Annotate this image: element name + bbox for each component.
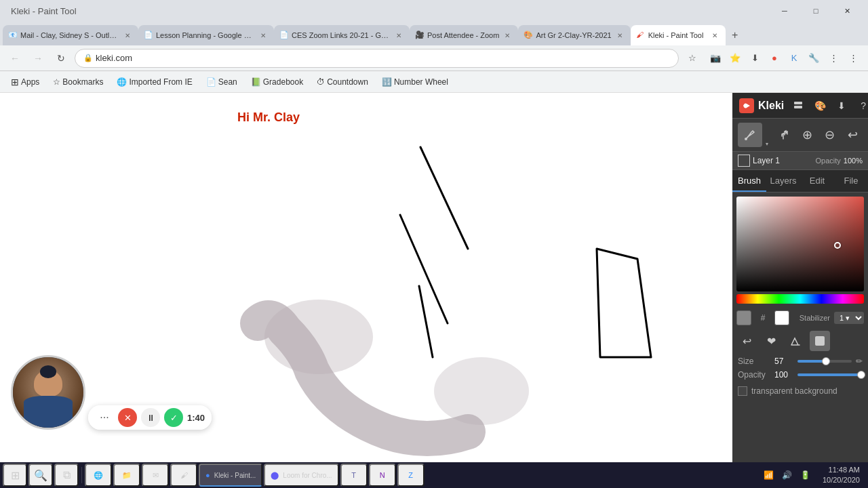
svg-line-0 xyxy=(420,147,468,249)
tab-kleki[interactable]: 🖌 Kleki - Paint Tool ✕ xyxy=(631,25,726,45)
taskbar-onenote[interactable]: N xyxy=(369,464,396,487)
ext-puzzle[interactable]: 🔧 xyxy=(804,49,823,68)
rainbow-bar[interactable] xyxy=(736,294,864,304)
brush-color-swatch[interactable] xyxy=(736,310,751,325)
ext-more[interactable]: ⋮ xyxy=(824,49,843,68)
tab-close-zoom1[interactable]: ✕ xyxy=(393,30,404,41)
ext-red[interactable]: ● xyxy=(765,49,784,68)
volume-icon[interactable]: 🔊 xyxy=(779,468,795,483)
minimize-button[interactable]: ─ xyxy=(769,0,800,22)
ext-webcam[interactable]: 📷 xyxy=(706,49,725,68)
back-button[interactable]: ← xyxy=(5,49,24,68)
size-slider[interactable] xyxy=(797,360,852,363)
bookmark-countdown[interactable]: ⏱ Countdown xyxy=(311,76,374,88)
tab-lesson[interactable]: 📄 Lesson Planning - Google Dri... ✕ xyxy=(138,25,274,45)
tab-layers[interactable]: Layers xyxy=(766,170,800,192)
tab-zoom1[interactable]: 📄 CES Zoom Links 20-21 - Goog... ✕ xyxy=(274,25,410,45)
brush-tool-button[interactable] xyxy=(738,123,762,147)
start-button[interactable]: ⊞ xyxy=(3,464,27,487)
webcam-overlay xyxy=(11,355,85,430)
canvas-area[interactable]: Hi Mr. Clay + xyxy=(0,93,732,462)
chrome-label: Kleki - Paint... xyxy=(214,472,256,479)
opacity-value: 100% xyxy=(844,157,863,165)
brush-tool-dropdown[interactable]: ▾ xyxy=(762,123,772,147)
help-info-button[interactable]: ? xyxy=(854,97,868,115)
download-button[interactable]: ⬇ xyxy=(833,97,850,115)
tab-close-art[interactable]: ✕ xyxy=(614,30,625,41)
pause-button[interactable]: ⏸ xyxy=(141,408,160,427)
done-button[interactable]: ✓ xyxy=(164,408,183,427)
close-button[interactable]: ✕ xyxy=(831,0,863,22)
bookmark-gradebook[interactable]: 📗 Gradebook xyxy=(245,76,309,88)
tab-file[interactable]: File xyxy=(834,170,868,192)
ext-download[interactable]: ⬇ xyxy=(745,49,764,68)
erase-mode-button[interactable] xyxy=(785,331,806,351)
zoom-in-button[interactable]: ⊕ xyxy=(797,123,818,147)
bookmark-sean[interactable]: 📄 Sean xyxy=(201,76,243,88)
zoom-out-button[interactable]: ⊖ xyxy=(820,123,840,147)
size-edit-icon[interactable]: ✏ xyxy=(856,357,863,366)
tab-close-kleki[interactable]: ✕ xyxy=(709,30,720,41)
battery-icon[interactable]: 🔋 xyxy=(797,468,813,483)
taskbar-mail[interactable]: ✉ xyxy=(142,464,169,487)
forward-button[interactable]: → xyxy=(28,49,47,68)
tab-close-zoom2[interactable]: ✕ xyxy=(502,30,513,41)
fill-mode-button[interactable] xyxy=(810,331,830,351)
color-picker-button[interactable]: 🎨 xyxy=(811,97,829,115)
taskbar-paint[interactable]: 🖌 xyxy=(170,464,197,487)
taskbar-zoom[interactable]: Z xyxy=(397,464,425,487)
opacity-setting-row: Opacity 100 xyxy=(738,370,863,380)
refresh-button[interactable]: ↻ xyxy=(52,49,71,68)
paint-icon: 🖌 xyxy=(180,471,188,479)
greeting-text: Hi Mr. Clay xyxy=(237,110,300,125)
bookmark-bookmarks[interactable]: ☆ Bookmarks xyxy=(47,76,108,88)
taskbar-loom[interactable]: ⬤ Loom for Chro... xyxy=(264,464,338,487)
taskbar-edge[interactable]: 🌐 xyxy=(85,464,112,487)
hand-tool-button[interactable] xyxy=(774,123,795,147)
tab-close-mail[interactable]: ✕ xyxy=(122,30,133,41)
more-options-button[interactable]: ··· xyxy=(95,408,114,427)
layer-thumbnail xyxy=(738,155,750,167)
tab-close-lesson[interactable]: ✕ xyxy=(258,30,269,41)
transparent-bg-checkbox[interactable] xyxy=(738,386,747,396)
title-bar: Kleki - Paint Tool ─ □ ✕ xyxy=(0,0,868,22)
bookmark-button[interactable]: ☆ xyxy=(683,49,702,68)
menu-button[interactable]: ⋮ xyxy=(844,49,863,68)
url-bar[interactable]: 🔒 kleki.com xyxy=(75,49,679,68)
layers-view-button[interactable] xyxy=(789,97,807,115)
tab-edit[interactable]: Edit xyxy=(800,170,834,192)
taskbar-teams[interactable]: T xyxy=(340,464,368,487)
mail-tb-icon: ✉ xyxy=(153,471,159,480)
tab-mail[interactable]: 📧 Mail - Clay, Sidney S - Outlook ✕ xyxy=(3,25,138,45)
tab-brush[interactable]: Brush xyxy=(732,170,766,192)
opacity-slider[interactable] xyxy=(797,373,863,376)
ext-blue[interactable]: K xyxy=(785,49,804,68)
blend-mode-button[interactable]: ❤ xyxy=(761,331,781,351)
undo-button[interactable]: ↩ xyxy=(843,123,863,147)
undo-mode-button[interactable]: ↩ xyxy=(736,331,757,351)
bookmark-numwheel[interactable]: 🔢 Number Wheel xyxy=(376,76,454,88)
tab-art[interactable]: 🎨 Art Gr 2-Clay-YR-2021 ✕ xyxy=(518,25,630,45)
stop-button[interactable]: ✕ xyxy=(118,408,137,427)
tab-zoom2[interactable]: 🎥 Post Attendee - Zoom ✕ xyxy=(410,25,518,45)
ext-star[interactable]: ⭐ xyxy=(726,49,745,68)
svg-rect-6 xyxy=(794,106,802,108)
kleki-header: Kleki 🎨 ⬇ ? xyxy=(732,93,868,119)
bookmark-ie[interactable]: 🌐 Imported From IE xyxy=(111,76,197,88)
clock[interactable]: 11:48 AM 10/20/2020 xyxy=(817,465,865,486)
new-tab-button[interactable]: + xyxy=(726,25,745,45)
tab-title-lesson: Lesson Planning - Google Dri... xyxy=(156,31,255,39)
taskbar-explorer[interactable]: 📁 xyxy=(113,464,140,487)
stabilizer-select[interactable]: 1 ▾ 2 3 xyxy=(834,312,864,324)
gradebook-icon: 📗 xyxy=(251,77,261,87)
color-gradient[interactable] xyxy=(736,197,864,291)
bookmark-apps[interactable]: ⊞ Apps xyxy=(5,75,45,89)
color-hex-button[interactable]: # xyxy=(755,310,770,325)
task-view-button[interactable]: ⧉ xyxy=(54,464,79,487)
maximize-button[interactable]: □ xyxy=(800,0,831,22)
network-icon[interactable]: 📶 xyxy=(761,468,776,483)
color-preview-swatch[interactable] xyxy=(774,310,789,325)
search-button[interactable]: 🔍 xyxy=(28,464,53,487)
taskbar-chrome[interactable]: ● Kleki - Paint... xyxy=(199,464,262,487)
teams-icon: T xyxy=(351,471,356,479)
